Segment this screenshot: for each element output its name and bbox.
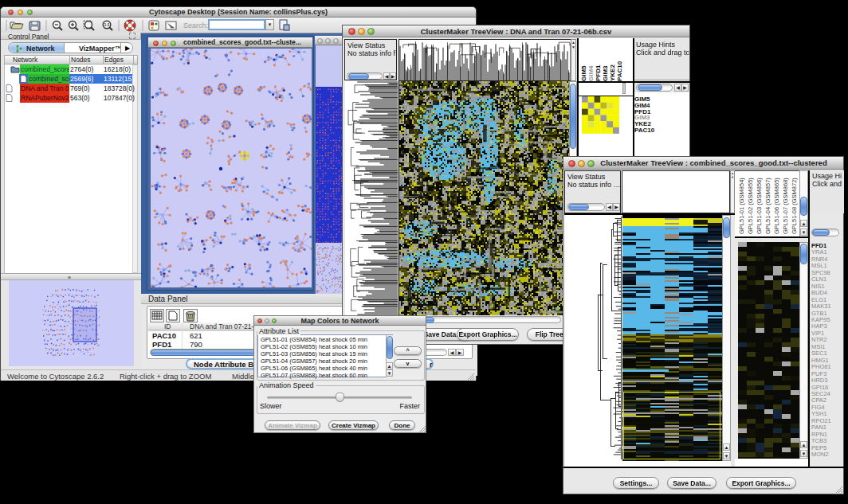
- svg-text:1:1: 1:1: [104, 22, 109, 27]
